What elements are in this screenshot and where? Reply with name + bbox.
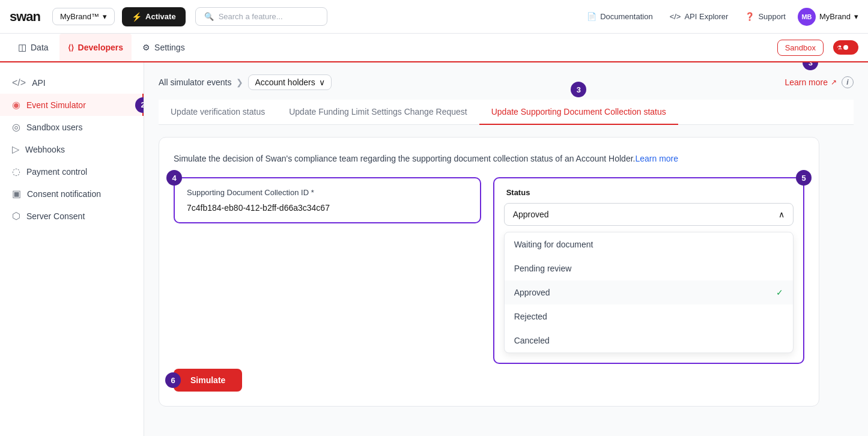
bolt-icon: ⚡	[132, 12, 142, 22]
support-icon: ❓	[745, 12, 754, 21]
sidebar-item-webhooks[interactable]: ▷ Webhooks	[0, 138, 144, 160]
card-description: Simulate the decision of Swan's complian…	[174, 152, 804, 165]
tabs-row: Update verification status Update Fundin…	[159, 100, 854, 125]
status-group: 5 Status Approved ∧ Waiting for document…	[493, 177, 804, 364]
logo: swan	[10, 9, 40, 25]
learn-more-link[interactable]: Learn more ↗	[785, 77, 837, 87]
doc-icon: 📄	[587, 12, 596, 21]
consent-notification-icon: ▣	[12, 188, 21, 199]
payment-control-icon: ◌	[12, 166, 20, 177]
api-sidebar-icon: </>	[12, 77, 26, 88]
tab-funding-label: Update Funding Limit Settings Change Req…	[289, 107, 467, 117]
card-desc-text: Simulate the decision of Swan's complian…	[174, 154, 635, 163]
document-id-label: Supporting Document Collection ID *	[187, 188, 468, 197]
card-learn-more-link[interactable]: Learn more	[635, 154, 678, 163]
sidebar-payment-control-label: Payment control	[26, 167, 87, 177]
option-canceled[interactable]: Canceled	[505, 329, 793, 353]
option-approved[interactable]: Approved ✓	[505, 280, 793, 304]
live-indicator-inner: ⚗	[833, 44, 852, 51]
status-label: Status	[494, 178, 803, 197]
tab-verification-label: Update verification status	[171, 107, 265, 117]
learn-more-label: Learn more	[785, 77, 828, 87]
info-icon[interactable]: i	[842, 76, 854, 88]
sandbox-users-icon: ◎	[12, 121, 20, 133]
option-rejected-label: Rejected	[514, 312, 547, 321]
search-icon: 🔍	[204, 12, 214, 21]
user-name: MyBrand	[819, 12, 851, 21]
document-id-group: 4 Supporting Document Collection ID *	[174, 177, 481, 223]
sidebar-server-consent-label: Server Consent	[26, 211, 85, 221]
nav-data[interactable]: ◫ Data	[10, 34, 57, 62]
settings-icon: ⚙	[142, 43, 150, 52]
main-content: All simulator events ❯ Account holders ∨…	[144, 62, 868, 436]
support-label: Support	[758, 12, 786, 21]
sidebar-sandbox-users-label: Sandbox users	[26, 123, 82, 132]
sidebar-event-simulator-label: Event Simulator	[26, 100, 86, 110]
webhooks-icon: ▷	[12, 144, 19, 155]
live-toggle[interactable]: ⚗	[833, 40, 858, 55]
nav-settings[interactable]: ⚙ Settings	[134, 34, 193, 62]
breadcrumb-dropdown-icon: ∨	[319, 77, 325, 87]
external-link-icon: ↗	[831, 78, 837, 86]
nav-developers[interactable]: ⟨⟩ Developers 2	[59, 34, 132, 62]
activate-button[interactable]: ⚡ Activate	[122, 7, 186, 26]
sidebar-item-event-simulator[interactable]: ◉ Event Simulator 2	[0, 94, 144, 116]
status-selected-value: Approved	[513, 210, 549, 219]
breadcrumb: All simulator events ❯ Account holders ∨…	[159, 74, 854, 90]
tab-funding-limit[interactable]: Update Funding Limit Settings Change Req…	[277, 100, 479, 125]
top-nav: swan MyBrand™ ▾ ⚡ Activate 🔍 Search a fe…	[0, 0, 868, 34]
brand-chevron-icon: ▾	[103, 12, 107, 21]
avatar: MB	[798, 8, 816, 26]
api-icon: </>	[670, 12, 681, 21]
simulate-button[interactable]: Simulate	[174, 369, 242, 392]
step-5-indicator: 5	[796, 170, 812, 186]
nav-data-label: Data	[31, 43, 49, 52]
sidebar-consent-label: Consent notification	[27, 189, 101, 199]
sidebar-item-consent-notification[interactable]: ▣ Consent notification	[0, 183, 144, 205]
nav-settings-label: Settings	[154, 43, 185, 52]
user-menu[interactable]: MB MyBrand ▾	[798, 8, 858, 26]
simulator-card: Simulate the decision of Swan's complian…	[159, 137, 819, 407]
option-canceled-label: Canceled	[514, 336, 550, 345]
tab-update-verification[interactable]: Update verification status	[159, 100, 277, 125]
breadcrumb-current-label: Account holders	[255, 77, 315, 87]
option-rejected[interactable]: Rejected	[505, 304, 793, 329]
step-2-sidebar-indicator: 2	[135, 97, 144, 113]
breadcrumb-account-holders[interactable]: Account holders ∨	[248, 74, 331, 90]
step-3-tab-indicator: 3	[571, 82, 586, 97]
simulate-area: 6 Simulate	[174, 369, 242, 392]
sidebar-item-payment-control[interactable]: ◌ Payment control	[0, 160, 144, 183]
sandbox-button[interactable]: Sandbox	[777, 40, 824, 56]
sidebar-item-sandbox-users[interactable]: ◎ Sandbox users	[0, 116, 144, 138]
second-nav: ◫ Data ⟨⟩ Developers 2 ⚙ Settings Sandbo…	[0, 34, 868, 62]
breadcrumb-all[interactable]: All simulator events	[159, 77, 231, 87]
check-icon: ✓	[776, 288, 783, 297]
breadcrumb-separator: ❯	[236, 77, 243, 87]
option-pending-label: Pending review	[514, 264, 572, 273]
search-bar[interactable]: 🔍 Search a feature...	[195, 7, 327, 26]
document-id-input[interactable]	[187, 203, 468, 213]
support-link[interactable]: ❓ Support	[740, 10, 791, 23]
documentation-link[interactable]: 📄 Documentation	[582, 10, 657, 23]
api-explorer-link[interactable]: </> API Explorer	[665, 10, 733, 23]
option-waiting-label: Waiting for document	[514, 240, 593, 249]
status-dropdown-trigger[interactable]: Approved ∧	[504, 203, 794, 226]
sidebar-item-server-consent[interactable]: ⬡ Server Consent	[0, 205, 144, 227]
developers-icon: ⟨⟩	[68, 43, 74, 52]
option-waiting[interactable]: Waiting for document	[505, 232, 793, 256]
server-consent-icon: ⬡	[12, 210, 20, 222]
data-icon: ◫	[18, 42, 26, 53]
option-pending[interactable]: Pending review	[505, 256, 793, 280]
tab-supporting-doc-label: Update Supporting Document Collection st…	[491, 107, 666, 117]
step-6-indicator: 6	[165, 372, 181, 388]
status-dropdown-options: Waiting for document Pending review Appr…	[504, 232, 794, 353]
brand-selector[interactable]: MyBrand™ ▾	[52, 8, 115, 25]
dropdown-chevron-up-icon: ∧	[778, 210, 785, 219]
sidebar: </> API ◉ Event Simulator 2 ◎ Sandbox us…	[0, 62, 144, 436]
step-3-indicator: 3	[803, 62, 818, 70]
brand-name: MyBrand™	[60, 12, 99, 21]
search-placeholder: Search a feature...	[219, 12, 283, 21]
nav-developers-label: Developers	[78, 43, 123, 52]
tab-supporting-doc[interactable]: 3 Update Supporting Document Collection …	[479, 100, 678, 125]
sidebar-item-api[interactable]: </> API	[0, 72, 144, 94]
